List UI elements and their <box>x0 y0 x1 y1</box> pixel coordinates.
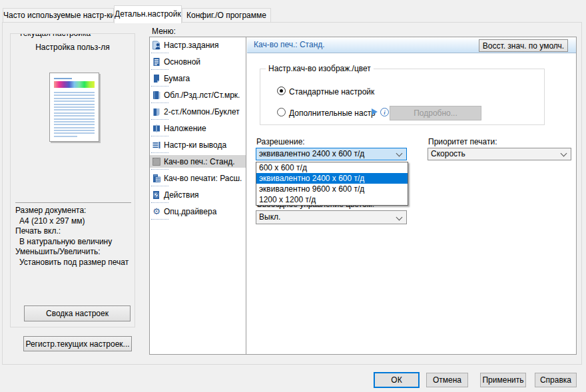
paper-sheet-icon <box>152 74 161 83</box>
menu-item-basic[interactable]: Основной <box>150 54 246 71</box>
tab-detailed-settings[interactable]: Детальн.настройки <box>114 5 182 23</box>
menu-item-effects[interactable]: Действия <box>150 187 246 204</box>
image-quality-color-group-title: Настр.кач-во изображ./цвет <box>266 64 374 73</box>
print-priority-value: Скорость <box>431 149 465 158</box>
restore-defaults-button[interactable]: Восст. знач. по умолч. <box>479 39 568 52</box>
chevron-down-icon <box>561 150 567 157</box>
reduce-enlarge-label: Уменьшить/Увеличить: <box>15 247 129 258</box>
output-stack-icon <box>152 140 161 150</box>
print-on-label: Печать вкл.: <box>15 226 129 237</box>
custom-settings-radio[interactable] <box>277 108 286 116</box>
help-button[interactable]: Справка <box>535 373 577 387</box>
circle-slash-icon <box>152 190 161 200</box>
resolution-option[interactable]: эквивалентно 9600 x 600 т/д <box>256 184 408 194</box>
tab-frequently-used-settings[interactable]: Часто используемые настр-ки <box>3 8 114 23</box>
menu-item-duplex-layout-booklet[interactable]: 2-ст./Компон./Буклет <box>150 104 246 120</box>
preview-text-lines <box>54 92 95 138</box>
custom-settings-radio-label: Дополнительные настр <box>289 108 376 118</box>
color-management-combobox[interactable]: Выкл. <box>256 210 407 224</box>
document-info: Размер документа: A4 (210 x 297 мм) Печа… <box>15 206 129 268</box>
menu-list: Настр.задания Основной Бумага Обл./Рзд.л… <box>149 37 246 355</box>
sidebar-divider <box>15 202 131 203</box>
booklet-icon <box>152 107 161 116</box>
job-settings-icon <box>152 41 161 50</box>
apply-button[interactable]: Применить <box>480 373 526 387</box>
resolution-value: эквивалентно 2400 x 600 т/д <box>259 149 364 158</box>
settings-summary-button[interactable]: Сводка настроек <box>24 305 131 321</box>
current-settings-group: Текущая настройка Настройка польз-ля Раз… <box>10 33 135 327</box>
menu-item-print-quality-standard[interactable]: Кач-во печ.: Станд. <box>150 154 246 170</box>
menu-label: Меню: <box>152 27 176 36</box>
content-header-title: Кач-во печ.: Станд. <box>254 40 325 49</box>
chevron-down-icon <box>396 214 403 221</box>
resolution-combobox[interactable]: эквивалентно 2400 x 600 т/д <box>256 148 407 160</box>
reduce-enlarge-value: Установить под размер печат <box>15 258 129 268</box>
doc-size-value: A4 (210 x 297 мм) <box>15 216 129 227</box>
user-setting-name: Настройка польз-ля <box>11 43 135 52</box>
register-current-settings-button[interactable]: Регистр.текущих настроек... <box>23 336 132 351</box>
resolution-option[interactable]: 1200 x 1200 т/д <box>256 194 408 205</box>
gear-icon: ⚙ <box>152 207 161 216</box>
resolution-label: Разрешение: <box>256 137 305 146</box>
details-button[interactable]: Подробно... <box>390 106 481 120</box>
preview-title-line <box>54 78 72 79</box>
info-circle-icon[interactable]: i <box>380 108 389 116</box>
chevron-down-icon <box>396 150 403 157</box>
menu-item-covers[interactable]: Обл./Рзд.лст/Ст.мрк. <box>150 87 246 104</box>
tab-configuration-about[interactable]: Конфиг./О программе <box>182 8 271 23</box>
print-priority-label: Приоритет печати: <box>428 137 497 146</box>
menu-item-paper[interactable]: Бумага <box>150 71 246 87</box>
menu-item-output-settings[interactable]: Настр-ки вывода <box>150 137 246 154</box>
menu-item-job-settings[interactable]: Настр.задания <box>150 37 246 54</box>
color-management-value: Выкл. <box>259 212 280 222</box>
ok-button[interactable]: ОК <box>374 372 420 388</box>
doc-size-label: Размер документа: <box>15 206 129 216</box>
resolution-option[interactable]: 600 x 600 т/д <box>256 162 408 173</box>
preview-rainbow-bar <box>54 81 95 88</box>
resolution-option-selected[interactable]: эквивалентно 2400 x 600 т/д <box>256 173 408 184</box>
menu-item-driver-options[interactable]: ⚙Опц.драйвера <box>150 204 246 220</box>
overlay-icon <box>152 124 161 133</box>
document-lines-icon <box>152 57 161 67</box>
menu-item-overlay[interactable]: Наложение <box>150 120 246 137</box>
menu-item-print-quality-advanced[interactable]: Кач-во печати: Расш. <box>150 170 246 187</box>
resolution-dropdown-list: 600 x 600 т/д эквивалентно 2400 x 600 т/… <box>256 162 408 206</box>
play-arrow-icon <box>372 108 378 115</box>
standard-settings-radio-label: Стандартные настройк <box>289 87 374 97</box>
document-preview <box>49 73 99 142</box>
standard-settings-radio[interactable] <box>277 87 286 95</box>
dither-square-icon <box>152 157 161 166</box>
page-table-icon <box>152 174 161 183</box>
current-settings-group-title: Текущая настройка <box>16 33 93 38</box>
book-cover-icon <box>152 91 161 100</box>
cancel-button[interactable]: Отмена <box>426 373 468 387</box>
print-on-value: В натуральную величину <box>15 237 129 248</box>
print-priority-combobox[interactable]: Скорость <box>428 148 571 160</box>
